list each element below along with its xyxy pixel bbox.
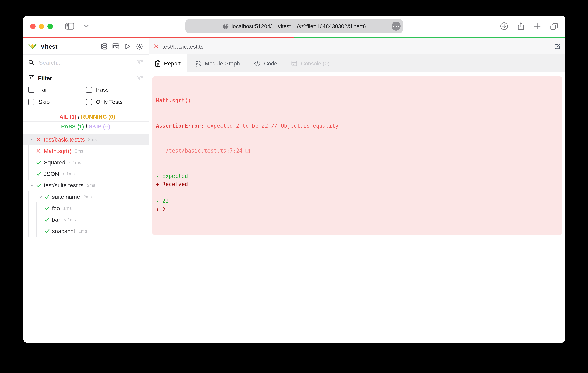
diff-output: - Expected+ Received- 22+ 2	[156, 172, 558, 214]
test-tree-row[interactable]: suite name2ms	[23, 191, 148, 202]
address-bar[interactable]: localhost:51204/__vitest__/#/?file=16484…	[185, 19, 403, 33]
dashboard-icon[interactable]	[112, 43, 119, 50]
tab-label: Module Graph	[205, 60, 240, 66]
test-duration: 1ms	[63, 206, 72, 211]
indent-guide	[28, 145, 29, 157]
stack-trace-link[interactable]: - /test/basic.test.ts:7:24	[156, 147, 558, 155]
indent-guide	[28, 214, 29, 225]
test-label: foo	[52, 205, 60, 211]
test-label: test/suite.test.ts	[44, 182, 84, 188]
test-duration: 2ms	[83, 194, 92, 199]
chevron-down-icon[interactable]	[28, 183, 36, 187]
expand-tree-icon[interactable]	[100, 43, 107, 50]
diff-line: - Expected	[156, 172, 558, 180]
window-controls	[30, 23, 53, 29]
error-report: Math.sqrt() AssertionError: expected 2 t…	[152, 76, 562, 235]
pass-count: PASS (1)	[61, 124, 84, 130]
indent-guide	[28, 225, 29, 237]
filter-checkbox-fail[interactable]: Fail	[28, 86, 86, 93]
test-tree-row[interactable]: foo1ms	[23, 202, 148, 214]
test-tree-row[interactable]: test/basic.test.ts3ms	[23, 134, 148, 145]
view-tabs: Report Module Graph	[149, 54, 566, 73]
tab-label: Console (0)	[301, 60, 330, 66]
console-icon	[291, 60, 298, 67]
clear-filters-icon[interactable]	[137, 75, 143, 81]
test-duration: < 1ms	[69, 160, 81, 165]
test-tree-row[interactable]: JSON< 1ms	[23, 168, 148, 180]
open-in-editor-icon[interactable]	[554, 43, 561, 50]
test-tree-row[interactable]: Squared< 1ms	[23, 157, 148, 168]
summary-row-pass-skip: PASS (1) / SKIP (--)	[23, 122, 148, 131]
test-label: bar	[52, 216, 60, 223]
chevron-down-icon[interactable]	[28, 137, 36, 142]
more-options-icon[interactable]	[392, 22, 401, 31]
pass-icon	[44, 194, 52, 200]
filter-icon	[28, 74, 34, 82]
tab-label: Code	[264, 60, 277, 66]
test-tree-row[interactable]: Math.sqrt()3ms	[23, 145, 148, 157]
checkbox-icon[interactable]	[28, 86, 34, 93]
fail-icon	[36, 137, 44, 142]
file-header: test/basic.test.ts	[149, 38, 566, 54]
pass-icon	[36, 159, 44, 165]
close-window-button[interactable]	[30, 23, 36, 29]
clear-search-filter-icon[interactable]	[137, 59, 143, 65]
checkbox-label: Pass	[96, 86, 109, 93]
tab-module-graph[interactable]: Module Graph	[189, 54, 245, 73]
tab-overview-icon[interactable]	[550, 22, 558, 30]
diff-line: + 2	[156, 206, 558, 214]
test-duration: 1ms	[79, 229, 87, 234]
new-tab-icon[interactable]	[534, 22, 541, 30]
checkbox-icon[interactable]	[28, 99, 34, 105]
indent-guide	[36, 225, 37, 237]
filter-checkbox-only-tests[interactable]: Only Tests	[86, 99, 143, 105]
checkbox-icon[interactable]	[86, 86, 92, 93]
indent-guide	[36, 202, 37, 214]
pass-icon	[44, 205, 52, 211]
skip-count: SKIP (--)	[89, 124, 110, 130]
search-bar	[23, 55, 148, 70]
test-tree-row[interactable]: snapshot1ms	[23, 225, 148, 237]
file-title: test/basic.test.ts	[162, 43, 204, 50]
download-icon[interactable]	[500, 22, 508, 30]
share-icon[interactable]	[517, 22, 525, 31]
pass-icon	[36, 182, 44, 188]
url-text: localhost:51204/__vitest__/#/?file=16484…	[231, 23, 366, 29]
filter-checkbox-pass[interactable]: Pass	[86, 86, 143, 93]
test-label: snapshot	[52, 228, 75, 234]
filter-section: Filter Fail	[23, 70, 148, 112]
chevron-down-icon[interactable]	[36, 195, 44, 199]
tab-code[interactable]: Code	[248, 54, 283, 73]
test-label: Math.sqrt()	[44, 148, 71, 154]
indent-guide	[28, 202, 29, 214]
toggle-theme-icon[interactable]	[136, 43, 143, 50]
diff-line: - 22	[156, 197, 558, 206]
test-tree-row[interactable]: test/suite.test.ts2ms	[23, 180, 148, 191]
indent-guide	[28, 157, 29, 168]
test-duration: < 1ms	[63, 217, 76, 222]
test-duration: 2ms	[87, 183, 95, 188]
clipboard-icon	[155, 60, 161, 67]
chevron-down-icon[interactable]	[84, 25, 89, 28]
search-icon	[28, 59, 34, 65]
minimize-window-button[interactable]	[39, 23, 44, 29]
sidebar-header: Vitest	[23, 38, 148, 55]
test-duration: < 1ms	[63, 171, 75, 176]
checkbox-icon[interactable]	[86, 99, 92, 105]
report-view: Math.sqrt() AssertionError: expected 2 t…	[149, 73, 566, 343]
filter-checkbox-skip[interactable]: Skip	[28, 99, 86, 105]
sidebar-toggle-icon[interactable]	[65, 22, 74, 30]
run-all-icon[interactable]	[124, 43, 131, 50]
test-duration: 3ms	[88, 137, 97, 142]
diff-line: + Received	[156, 180, 558, 189]
indent-guide	[36, 214, 37, 225]
maximize-window-button[interactable]	[47, 23, 53, 29]
browser-toolbar: localhost:51204/__vitest__/#/?file=16484…	[23, 16, 566, 37]
search-input[interactable]	[38, 59, 133, 66]
test-tree-row[interactable]: bar< 1ms	[23, 214, 148, 225]
indent-guide	[28, 191, 29, 202]
test-tree: test/basic.test.ts3msMath.sqrt()3msSquar…	[23, 131, 148, 343]
test-progress-bar	[23, 37, 566, 38]
tab-report[interactable]: Report	[149, 54, 186, 73]
summary-row-fail-running: FAIL (1) / RUNNING (0)	[23, 112, 148, 122]
